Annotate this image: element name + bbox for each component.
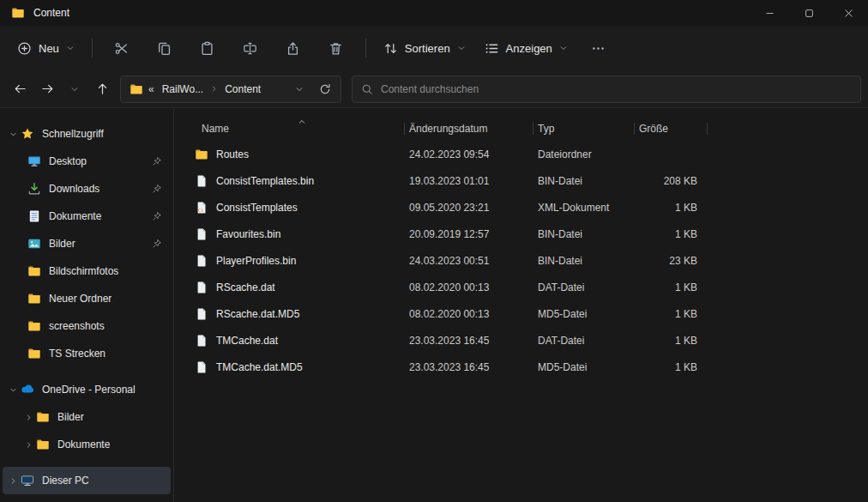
toolbar-divider (92, 39, 93, 57)
folder-icon (35, 410, 51, 424)
search-icon (361, 83, 373, 95)
file-name: Favourites.bin (216, 228, 280, 240)
sidebar-item-label: Bildschirmfotos (49, 265, 118, 277)
refresh-button[interactable] (313, 78, 337, 100)
file-row[interactable]: PlayerProfiles.bin 24.03.2023 00:51 BIN-… (188, 247, 868, 274)
file-row[interactable]: TMCache.dat.MD5 23.03.2023 16:45 MD5-Dat… (188, 354, 868, 380)
share-icon (286, 41, 300, 56)
sort-button-label: Sortieren (405, 42, 450, 55)
chevron-down-icon[interactable] (6, 130, 20, 138)
file-icon (195, 227, 208, 241)
recent-locations-button[interactable] (62, 76, 87, 102)
sidebar-item-label: screenshots (49, 320, 105, 332)
back-button[interactable] (7, 76, 33, 102)
sidebar-item-onedrive-personal[interactable]: OneDrive - Personal (3, 376, 171, 403)
sidebar-item-downloads[interactable]: Downloads (3, 175, 171, 203)
column-header-date[interactable]: Änderungsdatum (404, 117, 533, 141)
sidebar-item-label: Neuer Ordner (49, 293, 112, 305)
toolbar-divider (365, 39, 366, 57)
file-name: TMCache.dat (216, 335, 278, 347)
file-row[interactable]: RScache.dat.MD5 08.02.2020 00:13 MD5-Dat… (188, 300, 868, 327)
cut-button[interactable] (101, 33, 142, 64)
file-size: 23 KB (634, 255, 708, 267)
sidebar-item-label: Schnellzugriff (42, 128, 104, 140)
sidebar-item-bildschirmfotos[interactable]: Bildschirmfotos (3, 257, 171, 285)
file-type: XML-Dokument (533, 202, 634, 214)
folder-icon (27, 347, 42, 360)
chevron-right-icon[interactable] (6, 477, 20, 485)
breadcrumb-overflow-button[interactable]: « (148, 80, 155, 99)
view-button[interactable]: Anzeigen (476, 34, 576, 63)
sidebar-item-bilder[interactable]: Bilder (3, 403, 171, 431)
file-icon (195, 174, 208, 188)
ellipsis-icon (591, 41, 606, 56)
more-options-button[interactable] (578, 33, 619, 64)
chevron-down-icon[interactable] (6, 386, 20, 394)
sidebar-item-bilder[interactable]: Bilder (3, 230, 171, 257)
paste-icon (200, 41, 214, 56)
file-size: 208 KB (634, 175, 708, 187)
paste-button[interactable] (187, 33, 228, 64)
chevron-down-icon (66, 42, 75, 55)
file-row[interactable]: Favourites.bin 20.09.2019 12:57 BIN-Date… (188, 221, 868, 247)
sidebar-item-desktop[interactable]: Desktop (3, 148, 171, 175)
file-type: DAT-Datei (533, 281, 634, 293)
column-header-size[interactable]: Größe (634, 117, 708, 141)
delete-button[interactable] (316, 33, 357, 64)
chevron-right-icon[interactable] (21, 441, 35, 449)
file-date: 23.03.2023 16:45 (404, 361, 533, 373)
file-row[interactable]: ConsistTemplates.bin 19.03.2023 01:01 BI… (188, 167, 868, 194)
address-bar[interactable]: « RailWo... Content (120, 76, 341, 103)
column-headers: Name Änderungsdatum Typ Größe (188, 117, 868, 141)
file-icon (195, 254, 208, 268)
breadcrumb-separator-icon (210, 85, 218, 93)
file-icon (195, 334, 208, 348)
column-header-name[interactable]: Name (188, 117, 404, 141)
search-input[interactable] (381, 83, 852, 95)
maximize-button[interactable] (789, 0, 829, 26)
copy-button[interactable] (144, 33, 185, 64)
up-button[interactable] (89, 76, 115, 102)
file-size: 1 KB (634, 228, 708, 240)
breadcrumb-segment-railworks[interactable]: RailWo... (160, 80, 206, 99)
sidebar-item-dokumente[interactable]: Dokumente (3, 203, 171, 230)
sidebar-item-label: OneDrive - Personal (42, 384, 136, 396)
column-header-type[interactable]: Typ (533, 117, 634, 141)
sidebar-item-label: Desktop (49, 155, 87, 167)
search-box (352, 76, 861, 103)
file-explorer-window: Content Neu Sortieren Anzeigen (0, 0, 868, 502)
file-type: BIN-Datei (533, 175, 634, 187)
sidebar-item-ts-strecken[interactable]: TS Strecken (3, 340, 171, 367)
rename-button[interactable] (230, 33, 271, 64)
folder-icon (27, 292, 42, 305)
file-size: 1 KB (634, 202, 708, 214)
file-size: 1 KB (634, 281, 708, 293)
folder-icon (27, 319, 42, 333)
sidebar-item-label: Dieser PC (42, 475, 89, 487)
star-icon (20, 127, 35, 141)
share-button[interactable] (273, 33, 314, 64)
file-type: MD5-Datei (533, 308, 634, 320)
file-row[interactable]: TMCache.dat 23.03.2023 16:45 DAT-Datei 1… (188, 327, 868, 354)
chevron-right-icon[interactable] (21, 414, 35, 421)
close-button[interactable] (829, 0, 868, 26)
forward-button[interactable] (34, 76, 60, 102)
file-row[interactable]: Routes 24.02.2023 09:54 Dateiordner (188, 141, 868, 167)
sidebar-item-dieser-pc[interactable]: Dieser PC (3, 467, 171, 494)
file-type: BIN-Datei (533, 255, 634, 267)
sidebar-item-neuer-ordner[interactable]: Neuer Ordner (3, 285, 171, 312)
breadcrumb-segment-content[interactable]: Content (222, 80, 263, 99)
file-name: PlayerProfiles.bin (216, 255, 296, 267)
sidebar-item-schnellzugriff[interactable]: Schnellzugriff (3, 120, 171, 148)
window-title: Content (33, 7, 69, 19)
copy-icon (157, 41, 172, 56)
new-button[interactable]: Neu (9, 34, 83, 63)
minimize-button[interactable] (750, 0, 789, 26)
sidebar-item-screenshots[interactable]: screenshots (3, 312, 171, 340)
address-dropdown-button[interactable] (290, 78, 309, 100)
file-row[interactable]: RScache.dat 08.02.2020 00:13 DAT-Datei 1… (188, 274, 868, 300)
desktop-icon (27, 154, 42, 168)
sidebar-item-dokumente[interactable]: Dokumente (3, 431, 171, 458)
sort-button[interactable]: Sortieren (375, 34, 474, 63)
file-row[interactable]: ConsistTemplates 09.05.2020 23:21 XML-Do… (188, 194, 868, 221)
